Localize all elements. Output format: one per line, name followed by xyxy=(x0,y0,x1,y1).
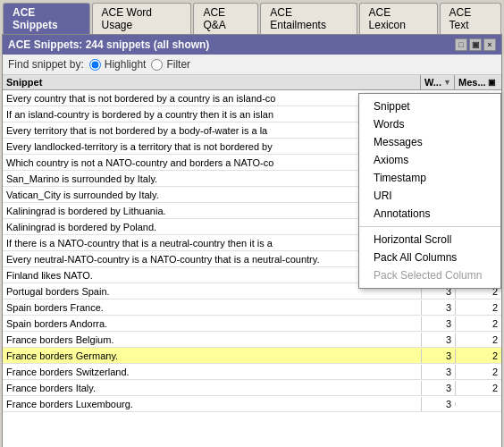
context-menu-item[interactable]: Messages xyxy=(359,133,500,151)
cell-messages: 2 xyxy=(455,316,501,331)
window-title: ACE Snippets: 244 snippets (all shown) xyxy=(8,38,209,51)
find-label: Find snippet by: xyxy=(8,58,84,71)
context-menu-item[interactable]: Horizontal Scroll xyxy=(359,231,500,249)
filter-radio[interactable] xyxy=(151,59,163,71)
cell-snippet: France borders Belgium. xyxy=(3,333,421,347)
cell-snippet: France borders Italy. xyxy=(3,381,421,395)
table-row[interactable]: France borders Switzerland.32 xyxy=(3,364,501,380)
highlight-radio[interactable] xyxy=(89,59,101,71)
filter-label: Filter xyxy=(166,58,190,71)
context-menu-item: Pack Selected Column xyxy=(359,266,500,284)
table-row[interactable]: France borders Luxembourg.3 xyxy=(3,396,501,412)
cell-words: 3 xyxy=(421,381,455,395)
filter-radio-group: Filter xyxy=(151,58,190,71)
cell-messages: 2 xyxy=(455,365,501,379)
context-menu-item[interactable]: Snippet xyxy=(359,97,500,115)
table-row[interactable]: France borders Germany.32 xyxy=(3,348,501,364)
maximize-button[interactable]: ▣ xyxy=(469,38,482,51)
cell-messages: 2 xyxy=(455,381,501,395)
table-row[interactable]: Spain borders France.32 xyxy=(3,299,501,316)
context-menu-item[interactable]: Axioms xyxy=(359,151,500,169)
header-messages[interactable]: Mes... ▣ xyxy=(455,75,501,89)
context-menu-divider xyxy=(359,226,500,227)
context-menu-item[interactable]: Pack All Columns xyxy=(359,249,500,266)
table-row[interactable]: Spain borders Andorra.32 xyxy=(3,316,501,332)
cell-words: 3 xyxy=(421,365,455,379)
cell-words: 3 xyxy=(421,316,455,331)
title-bar-controls: □ ▣ × xyxy=(455,38,496,51)
cell-snippet: France borders Luxembourg. xyxy=(3,397,421,411)
cell-messages: 2 xyxy=(455,349,501,363)
tab-ace-text[interactable]: ACE Text xyxy=(440,3,501,34)
close-button[interactable]: × xyxy=(483,38,496,51)
cell-snippet: Spain borders Andorra. xyxy=(3,316,421,331)
cell-words: 3 xyxy=(421,333,455,347)
context-menu: SnippetWordsMessagesAxiomsTimestampURIAn… xyxy=(358,93,501,289)
highlight-label: Highlight xyxy=(105,58,147,71)
cell-messages: 2 xyxy=(455,333,501,347)
tab-bar: ACE Snippets ACE Word Usage ACE Q&A ACE … xyxy=(0,0,504,34)
minimize-button[interactable]: □ xyxy=(455,38,467,51)
highlight-radio-group: Highlight xyxy=(89,58,147,71)
column-menu-icon[interactable]: ▣ xyxy=(488,78,496,87)
table-row[interactable]: France borders Italy.32 xyxy=(3,380,501,396)
cell-snippet: Spain borders France. xyxy=(3,300,421,315)
title-bar: ACE Snippets: 244 snippets (all shown) □… xyxy=(3,35,501,55)
context-menu-item[interactable]: Words xyxy=(359,115,500,133)
tab-ace-lexicon[interactable]: ACE Lexicon xyxy=(359,3,438,34)
cell-words: 3 xyxy=(421,397,455,411)
tab-ace-entailments[interactable]: ACE Entailments xyxy=(260,3,357,34)
find-bar: Find snippet by: Highlight Filter xyxy=(3,55,501,75)
cell-snippet: France borders Switzerland. xyxy=(3,365,421,379)
cell-snippet: France borders Germany. xyxy=(3,349,421,363)
sort-arrow-words: ▼ xyxy=(443,78,451,87)
main-window: ACE Snippets: 244 snippets (all shown) □… xyxy=(2,34,502,447)
header-snippet: Snippet xyxy=(3,75,421,89)
table-container: Snippet W... ▼ Mes... ▣ Every country th… xyxy=(3,75,501,447)
cell-words: 3 xyxy=(421,349,455,363)
tab-ace-qa[interactable]: ACE Q&A xyxy=(193,3,258,34)
context-menu-item[interactable]: Annotations xyxy=(359,205,500,223)
tab-ace-word-usage[interactable]: ACE Word Usage xyxy=(92,3,192,34)
header-words[interactable]: W... ▼ xyxy=(421,75,455,89)
cell-messages xyxy=(455,402,501,406)
cell-messages: 2 xyxy=(455,300,501,315)
tab-ace-snippets[interactable]: ACE Snippets xyxy=(3,3,90,34)
cell-words: 3 xyxy=(421,300,455,315)
context-menu-item[interactable]: Timestamp xyxy=(359,169,500,187)
table-row[interactable]: France borders Belgium.32 xyxy=(3,332,501,348)
table-header: Snippet W... ▼ Mes... ▣ xyxy=(3,75,501,90)
context-menu-item[interactable]: URI xyxy=(359,187,500,205)
